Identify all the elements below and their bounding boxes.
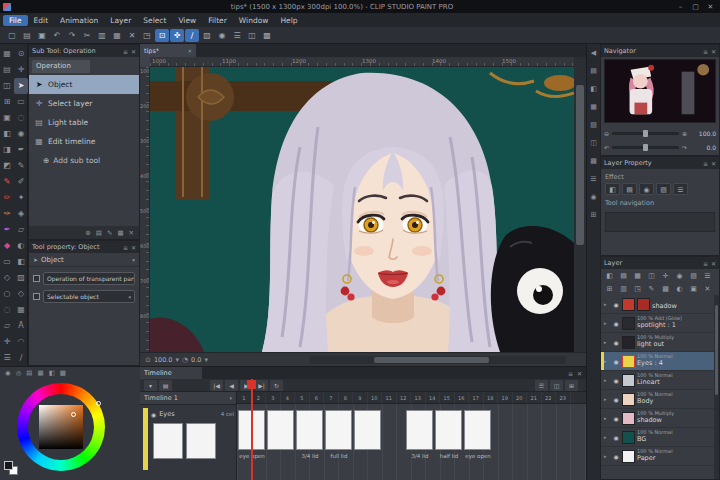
effect-toggle-icon[interactable]: ▨	[656, 183, 671, 195]
panel-close-icon[interactable]: ✕	[577, 370, 582, 377]
layer-row[interactable]: ▸ ◉ shadow	[601, 295, 714, 314]
layer-toolbar-icon[interactable]: ⊞	[603, 283, 616, 295]
tool-icon[interactable]: ▭	[14, 94, 28, 110]
tool-icon[interactable]: ✐	[14, 174, 28, 190]
effect-toggle-icon[interactable]: ▤	[622, 183, 637, 195]
chevron-right-icon[interactable]: ▸	[604, 320, 610, 326]
cel-box[interactable]	[267, 410, 294, 450]
sub-tool-item[interactable]: ▦ Edit timeline	[29, 132, 139, 151]
zoom-slider[interactable]	[612, 132, 679, 135]
panel-close-icon[interactable]: ✕	[711, 160, 716, 167]
toolbar-button-icon[interactable]: ⊡	[155, 29, 169, 42]
tool-icon[interactable]: ▱	[0, 318, 14, 334]
timeline-cel[interactable]	[354, 404, 382, 480]
panel-menu-icon[interactable]: ≡	[703, 260, 708, 267]
layer-thumbnail[interactable]	[622, 412, 635, 425]
property-checkbox[interactable]	[33, 293, 40, 300]
layer-row[interactable]: ▸ ◉ 100 % Multiply light out	[601, 333, 714, 352]
close-button[interactable]: ✕	[703, 3, 718, 11]
toolbar-button-icon[interactable]: ✜	[170, 29, 184, 42]
layer-toolbar-icon[interactable]: ▨	[687, 270, 700, 282]
tool-icon[interactable]: ▱	[14, 222, 28, 238]
layer-toolbar-icon[interactable]: ◫	[645, 270, 658, 282]
toolbar-button-icon[interactable]: ▢	[5, 29, 19, 42]
panel-menu-icon[interactable]: ≡	[123, 48, 128, 55]
canvas-rotate-value[interactable]: 0.0	[191, 356, 201, 364]
sub-tool-footer-icon[interactable]: ⊕	[85, 229, 90, 237]
menu-item[interactable]: Edit	[28, 15, 55, 26]
side-panel-icon[interactable]: ▨	[590, 121, 597, 129]
toolbar-button-icon[interactable]: ◳	[140, 29, 154, 42]
cel-box[interactable]	[435, 410, 462, 450]
menu-item[interactable]: File	[3, 15, 28, 26]
tool-icon[interactable]: ✎	[0, 174, 14, 190]
layer-thumbnail-secondary[interactable]	[637, 298, 650, 311]
tool-icon[interactable]: ▦	[0, 46, 14, 62]
tool-icon[interactable]: ▤	[0, 62, 14, 78]
panel-menu-icon[interactable]: ≡	[703, 48, 708, 55]
toolbar-button-icon[interactable]: ✂	[80, 29, 94, 42]
tool-icon[interactable]: ✎	[14, 158, 28, 174]
frame-number[interactable]: 15	[440, 392, 455, 403]
timeline-grid[interactable]: eye open 3/4 lid full lid 3/4 lid	[237, 404, 586, 480]
side-panel-icon[interactable]: ☰	[590, 175, 596, 183]
chevron-right-icon[interactable]: ▸	[604, 453, 610, 459]
cel-thumbnail[interactable]	[153, 423, 183, 459]
panel-menu-icon[interactable]: ≡	[123, 244, 128, 251]
layer-thumbnail[interactable]	[622, 431, 635, 444]
layer-thumbnail[interactable]	[622, 317, 635, 330]
layer-toolbar-icon[interactable]: ✕	[701, 283, 714, 295]
tool-icon[interactable]: ▨	[14, 270, 28, 286]
frame-number[interactable]: 22	[542, 392, 557, 403]
toolbar-button-icon[interactable]: ▦	[110, 29, 124, 42]
frame-number[interactable]: 3	[266, 392, 281, 403]
tool-icon[interactable]: ✑	[0, 206, 14, 222]
timeline-option-button[interactable]: ◫	[550, 380, 563, 391]
playback-button[interactable]: ▶|	[255, 380, 268, 391]
side-panel-icon[interactable]: ▩	[590, 157, 597, 165]
scrollbar-thumb[interactable]	[576, 85, 584, 245]
sub-tool-footer-icon[interactable]: ▤	[96, 229, 102, 237]
tool-icon[interactable]: ◠	[14, 334, 28, 350]
toolbar-button-icon[interactable]: ∕	[185, 29, 199, 42]
cel-thumbnail[interactable]	[186, 423, 216, 459]
color-tab-icon[interactable]: ◉	[5, 369, 11, 377]
frame-number[interactable]: 17	[469, 392, 484, 403]
tool-icon[interactable]: ☰	[0, 350, 14, 366]
toolbar-button-icon[interactable]: ▩	[260, 29, 274, 42]
tool-icon[interactable]: ▭	[0, 254, 14, 270]
tool-icon[interactable]: ➤	[14, 78, 28, 94]
layer-visibility-eye-icon[interactable]: ◉	[612, 415, 620, 422]
rotate-slider[interactable]	[612, 146, 679, 149]
layer-row[interactable]: ▸ ◉ 100 % Normal BG	[601, 428, 714, 447]
menu-item[interactable]: View	[172, 15, 202, 26]
frame-number[interactable]: 13	[411, 392, 426, 403]
panel-menu-icon[interactable]: ≡	[568, 370, 573, 377]
layer-visibility-eye-icon[interactable]: ◉	[612, 377, 620, 384]
panel-close-icon[interactable]: ✕	[131, 48, 136, 55]
tool-icon[interactable]: ✒	[14, 142, 28, 158]
tool-icon[interactable]: ◌	[14, 110, 28, 126]
timeline-cel[interactable]: half lid	[435, 404, 463, 480]
tool-icon[interactable]: A	[14, 318, 28, 334]
tool-icon[interactable]: ▣	[0, 110, 14, 126]
frame-number[interactable]: 19	[498, 392, 513, 403]
slider-knob[interactable]	[643, 144, 648, 151]
frame-number[interactable]: 18	[484, 392, 499, 403]
color-tab-icon[interactable]: ▤	[26, 369, 32, 377]
side-panel-icon[interactable]: ◧	[590, 85, 597, 93]
frame-number[interactable]: 6	[310, 392, 325, 403]
layer-visibility-eye-icon[interactable]: ◉	[612, 396, 620, 403]
effect-toggle-icon[interactable]: ◉	[639, 183, 654, 195]
canvas-horizontal-scrollbar[interactable]	[310, 356, 566, 364]
tool-property-section[interactable]: ➤ Object ▾	[29, 253, 139, 267]
side-panel-icon[interactable]: ◉	[590, 193, 596, 201]
canvas-vertical-scrollbar[interactable]	[574, 57, 586, 352]
color-tab-icon[interactable]: ◧	[49, 369, 55, 377]
layer-toolbar-icon[interactable]: ◐	[673, 283, 686, 295]
canvas-tab-close-icon[interactable]: ✕	[187, 48, 192, 54]
add-sub-tool-button[interactable]: ⊕ Add sub tool	[29, 151, 139, 169]
hue-marker[interactable]	[96, 401, 101, 406]
tool-icon[interactable]: ○	[0, 286, 14, 302]
layer-toolbar-icon[interactable]: ▣	[687, 283, 700, 295]
